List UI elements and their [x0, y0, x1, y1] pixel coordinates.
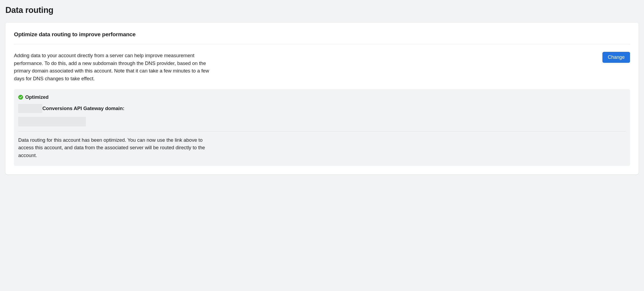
status-panel: Optimized Conversions API Gateway domain…: [14, 89, 630, 166]
settings-card: Optimize data routing to improve perform…: [5, 23, 639, 174]
domain-row: Conversions API Gateway domain:: [18, 104, 626, 113]
status-header: Optimized: [18, 94, 626, 100]
check-circle-icon: [18, 95, 23, 100]
card-description: Adding data to your account directly fro…: [14, 52, 218, 83]
content-row: Adding data to your account directly fro…: [14, 44, 630, 89]
redacted-domain-value: [18, 117, 86, 126]
status-label: Optimized: [25, 94, 49, 100]
panel-divider: [18, 131, 626, 132]
redacted-prefix: [18, 104, 42, 113]
change-button[interactable]: Change: [602, 52, 630, 63]
gateway-domain-label: Conversions API Gateway domain:: [42, 106, 125, 111]
card-title: Optimize data routing to improve perform…: [14, 31, 630, 44]
panel-description: Data routing for this account has been o…: [18, 136, 211, 159]
page-title: Data routing: [5, 5, 639, 15]
